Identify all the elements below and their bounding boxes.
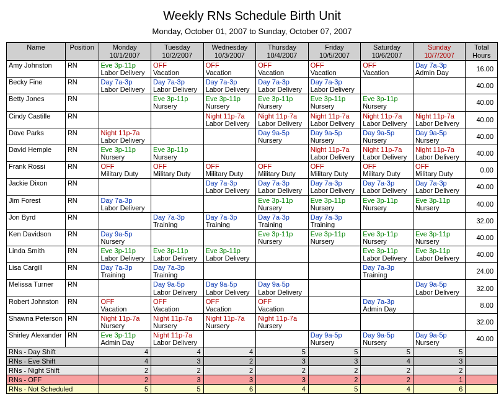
schedule-cell	[256, 331, 309, 347]
shift-label: OFF	[101, 163, 149, 170]
task-label: Nursery	[363, 238, 411, 245]
shift-label: Eve 3p-11p	[101, 146, 149, 153]
employee-position: RN	[65, 78, 99, 94]
shift-label: OFF	[258, 298, 306, 305]
task-label: Nursery	[258, 238, 306, 245]
task-label: Nursery	[311, 136, 359, 144]
employee-name: Cindy Castille	[7, 111, 66, 128]
task-label: Labor Delivery	[258, 86, 306, 93]
schedule-cell	[203, 229, 256, 246]
employee-name: Robert Johnston	[7, 297, 66, 313]
task-label: Labor Delivery	[101, 69, 149, 76]
schedule-cell: Day 9a-5pNursery	[99, 229, 151, 246]
employee-position: RN	[65, 179, 99, 195]
employee-position: RN	[65, 313, 99, 330]
schedule-cell: Day 7a-3pTraining	[256, 212, 309, 229]
schedule-cell: Eve 3p-11pNursery	[99, 145, 151, 161]
table-row: Frank RossiRNOFFMilitary DutyOFFMilitary…	[7, 162, 498, 179]
schedule-cell	[256, 246, 309, 263]
schedule-cell: Eve 3p-11pNursery	[361, 195, 413, 212]
task-label: Labor Delivery	[415, 153, 464, 161]
summary-empty	[466, 357, 498, 366]
shift-label: Eve 3p-11p	[101, 331, 149, 339]
shift-label: OFF	[206, 163, 254, 170]
total-hours: 40.00	[466, 94, 498, 111]
total-hours: 16.00	[466, 61, 498, 78]
summary-row: RNs - Not Scheduled5564546	[7, 385, 498, 394]
schedule-cell: OFFVacation	[256, 61, 309, 78]
schedule-cell: Eve 3p-11pNursery	[151, 94, 204, 111]
header-row: Name Position Monday10/1/2007 Tuesday10/…	[7, 43, 498, 61]
shift-label: OFF	[101, 298, 149, 305]
table-row: Melissa TurnerRNDay 9a-5pLabor DeliveryD…	[7, 280, 498, 297]
table-row: Amy JohnstonRNEve 3p-11pLabor DeliveryOF…	[7, 61, 498, 78]
schedule-cell: Night 11p-7aNursery	[256, 313, 309, 330]
schedule-cell: Night 11p-7aLabor Delivery	[151, 331, 204, 347]
schedule-cell: OFFVacation	[99, 297, 151, 313]
task-label: Admin Day	[101, 339, 149, 346]
schedule-cell	[151, 128, 204, 145]
summary-value: 2	[99, 366, 151, 375]
schedule-cell: Day 9a-5pLabor Delivery	[151, 280, 204, 297]
schedule-cell: Day 7a-3pLabor Delivery	[256, 78, 309, 94]
employee-position: RN	[65, 195, 99, 212]
shift-label: Eve 3p-11p	[258, 197, 306, 204]
shift-label: Eve 3p-11p	[311, 95, 359, 102]
shift-label: Eve 3p-11p	[415, 230, 464, 238]
schedule-cell	[361, 313, 413, 330]
page-title: Weekly RNs Schedule Birth Unit	[6, 9, 498, 23]
task-label: Nursery	[311, 339, 359, 346]
table-row: Linda SmithRNEve 3p-11pLabor DeliveryEve…	[7, 246, 498, 263]
total-hours: 32.00	[466, 313, 498, 330]
employee-name: David Hemple	[7, 145, 66, 161]
schedule-cell: OFFMilitary Duty	[361, 162, 413, 179]
employee-position: RN	[65, 61, 99, 78]
schedule-cell: Day 7a-3pTraining	[151, 212, 204, 229]
schedule-cell: Night 11p-7aLabor Delivery	[308, 111, 361, 128]
schedule-cell: Eve 3p-11pLabor Delivery	[151, 246, 204, 263]
shift-label: Day 7a-3p	[363, 179, 411, 187]
schedule-cell: Night 11p-7aLabor Delivery	[361, 145, 413, 161]
employee-position: RN	[65, 128, 99, 145]
task-label: Labor Delivery	[415, 187, 464, 194]
task-label: Training	[363, 271, 411, 279]
task-label: Vacation	[206, 305, 254, 313]
employee-position: RN	[65, 331, 99, 347]
summary-value: 5	[361, 347, 413, 357]
shift-label: Day 7a-3p	[258, 78, 306, 86]
task-label: Labor Delivery	[206, 86, 254, 93]
task-label: Labor Delivery	[363, 254, 411, 262]
schedule-cell: Day 7a-3pLabor Delivery	[361, 179, 413, 195]
header-total: Total Hours	[466, 43, 498, 61]
schedule-cell	[99, 179, 151, 195]
header-mon: Monday10/1/2007	[99, 43, 151, 61]
schedule-cell	[308, 280, 361, 297]
schedule-cell: OFFVacation	[308, 61, 361, 78]
table-row: Dave ParksRNNight 11p-7aLabor DeliveryDa…	[7, 128, 498, 145]
summary-value: 5	[308, 385, 361, 394]
shift-label: Eve 3p-11p	[415, 247, 464, 254]
task-label: Nursery	[415, 136, 464, 144]
shift-label: Day 9a-5p	[153, 280, 201, 288]
task-label: Military Duty	[101, 170, 149, 177]
shift-label: Day 7a-3p	[258, 179, 306, 187]
schedule-cell: Day 7a-3pLabor Delivery	[308, 179, 361, 195]
shift-label: Eve 3p-11p	[363, 247, 411, 254]
schedule-cell	[256, 263, 309, 280]
task-label: Nursery	[101, 322, 149, 329]
summary-row: RNs - Day Shift4445555	[7, 347, 498, 357]
schedule-cell: Day 7a-3pTraining	[203, 212, 256, 229]
task-label: Labor Delivery	[311, 86, 359, 93]
task-label: Nursery	[258, 204, 306, 212]
shift-label: OFF	[363, 61, 411, 69]
task-label: Training	[153, 271, 201, 279]
schedule-cell: Day 7a-3pLabor Delivery	[99, 195, 151, 212]
schedule-cell	[413, 78, 466, 94]
task-label: Labor Delivery	[258, 288, 306, 296]
shift-label: Day 7a-3p	[153, 264, 201, 271]
schedule-cell: Day 9a-5pNursery	[256, 128, 309, 145]
header-tue: Tuesday10/2/2007	[151, 43, 204, 61]
task-label: Admin Day	[363, 305, 411, 313]
shift-label: Night 11p-7a	[311, 112, 359, 120]
shift-label: Night 11p-7a	[153, 315, 201, 322]
